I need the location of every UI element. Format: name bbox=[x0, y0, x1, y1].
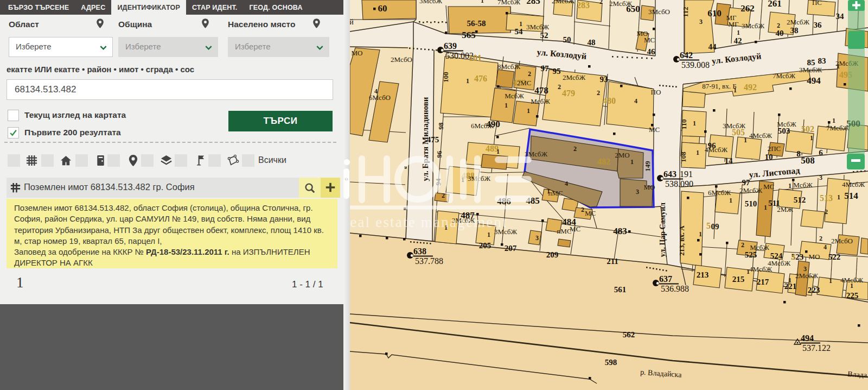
svg-text:3: 3 bbox=[636, 188, 639, 196]
svg-text:2МсбО: 2МсбО bbox=[831, 237, 853, 245]
svg-text:478: 478 bbox=[534, 85, 548, 96]
svg-text:1: 1 bbox=[729, 197, 732, 204]
svg-text:5: 5 bbox=[706, 221, 711, 230]
svg-text:14: 14 bbox=[725, 156, 733, 165]
svg-text:1: 1 bbox=[810, 134, 813, 142]
svg-text:1: 1 bbox=[837, 62, 840, 70]
svg-text:7МсбЖ: 7МсбЖ bbox=[826, 124, 850, 132]
svg-text:83: 83 bbox=[818, 56, 826, 65]
svg-text:1: 1 bbox=[696, 149, 699, 156]
svg-text:3: 3 bbox=[535, 234, 539, 242]
svg-text:8МсбЖ: 8МсбЖ bbox=[497, 62, 521, 71]
svg-text:56-58: 56-58 bbox=[467, 19, 486, 28]
svg-text:Влада: Влада bbox=[847, 370, 868, 380]
svg-text:36: 36 bbox=[814, 21, 822, 29]
svg-text:191: 191 bbox=[680, 169, 693, 179]
svg-text:598: 598 bbox=[605, 358, 617, 367]
svg-text:538.090: 538.090 bbox=[665, 179, 693, 188]
svg-text:96: 96 bbox=[435, 150, 443, 158]
svg-text:МсбЖ: МсбЖ bbox=[505, 92, 524, 100]
svg-text:512: 512 bbox=[794, 196, 806, 204]
svg-text:2: 2 bbox=[597, 89, 600, 97]
svg-text:42: 42 bbox=[734, 36, 742, 45]
svg-text:639: 639 bbox=[444, 41, 457, 51]
svg-text:513: 513 bbox=[820, 193, 833, 203]
svg-text:2: 2 bbox=[581, 206, 584, 213]
svg-text:1: 1 bbox=[850, 282, 853, 290]
svg-text:1: 1 bbox=[764, 204, 767, 211]
svg-text:МС: МС bbox=[763, 183, 774, 191]
svg-text:494: 494 bbox=[801, 334, 814, 343]
svg-text:494: 494 bbox=[807, 76, 821, 86]
svg-text:МС: МС bbox=[649, 125, 660, 134]
svg-text:1: 1 bbox=[487, 231, 490, 238]
svg-text:3МсбЖ: 3МсбЖ bbox=[419, 0, 443, 5]
svg-text:225: 225 bbox=[846, 291, 859, 300]
svg-text:МО: МО bbox=[352, 49, 363, 57]
svg-text:97: 97 bbox=[541, 64, 550, 73]
svg-text:213: 213 bbox=[697, 271, 709, 279]
svg-text:10: 10 bbox=[765, 153, 773, 161]
svg-text:МсбЖ: МсбЖ bbox=[750, 243, 769, 251]
svg-text:1: 1 bbox=[693, 119, 696, 127]
svg-text:209: 209 bbox=[546, 250, 559, 259]
svg-text:МГ: МГ bbox=[728, 20, 739, 28]
svg-text:4МсбЖ: 4МсбЖ bbox=[842, 180, 865, 188]
svg-text:211: 211 bbox=[607, 257, 618, 266]
svg-text:3: 3 bbox=[819, 174, 822, 181]
svg-text:638: 638 bbox=[413, 247, 426, 256]
svg-text:ул. Цар Самуил: ул. Цар Самуил bbox=[659, 203, 667, 257]
svg-text:97: 97 bbox=[742, 178, 751, 187]
svg-text:537.122: 537.122 bbox=[802, 343, 831, 353]
svg-text:48: 48 bbox=[588, 38, 596, 47]
svg-text:213, вх. А: 213, вх. А bbox=[678, 225, 686, 256]
svg-text:3МсбО: 3МсбО bbox=[648, 8, 670, 16]
svg-text:149: 149 bbox=[643, 161, 652, 172]
svg-text:4: 4 bbox=[634, 97, 637, 105]
svg-text:508: 508 bbox=[801, 155, 815, 166]
svg-text:1: 1 bbox=[547, 187, 550, 195]
svg-text:ПС: ПС bbox=[812, 0, 822, 7]
svg-text:6МсбО: 6МсбО bbox=[369, 93, 391, 102]
svg-text:522: 522 bbox=[828, 253, 841, 261]
svg-text:502: 502 bbox=[801, 124, 814, 134]
svg-text:2ПС: 2ПС bbox=[768, 144, 781, 153]
svg-text:108: 108 bbox=[679, 152, 687, 162]
svg-text:480: 480 bbox=[603, 96, 616, 105]
svg-text:4МсбЖ: 4МсбЖ bbox=[705, 146, 728, 154]
svg-text:537.788: 537.788 bbox=[415, 256, 443, 266]
svg-text:87-91, вх. Б: 87-91, вх. Б bbox=[702, 82, 736, 90]
svg-text:93: 93 bbox=[600, 75, 608, 84]
svg-text:643: 643 bbox=[663, 169, 676, 179]
svg-text:7МсбЖ: 7МсбЖ bbox=[497, 0, 521, 6]
svg-text:1: 1 bbox=[733, 86, 737, 94]
svg-text:561: 561 bbox=[614, 285, 627, 294]
svg-text:482: 482 bbox=[597, 157, 610, 166]
svg-text:476: 476 bbox=[474, 74, 487, 83]
svg-text:95: 95 bbox=[553, 67, 561, 76]
svg-text:54: 54 bbox=[515, 27, 524, 36]
svg-text:261: 261 bbox=[768, 0, 782, 9]
svg-text:492: 492 bbox=[744, 83, 757, 92]
svg-text:6: 6 bbox=[819, 148, 823, 157]
svg-text:207: 207 bbox=[505, 244, 517, 253]
svg-text:100: 100 bbox=[442, 72, 450, 83]
svg-text:1: 1 bbox=[505, 102, 508, 109]
svg-text:283: 283 bbox=[577, 1, 590, 10]
svg-text:110: 110 bbox=[680, 119, 688, 130]
svg-text:1: 1 bbox=[829, 277, 832, 285]
svg-text:40: 40 bbox=[776, 29, 784, 37]
svg-text:2МсбЖ: 2МсбЖ bbox=[739, 186, 763, 194]
svg-text:2: 2 bbox=[825, 208, 828, 216]
svg-text:514: 514 bbox=[844, 191, 858, 201]
svg-text:525: 525 bbox=[745, 250, 757, 259]
svg-text:2: 2 bbox=[741, 241, 744, 249]
svg-text:3МсбЖ: 3МсбЖ bbox=[799, 66, 822, 74]
svg-text:2: 2 bbox=[528, 70, 531, 78]
svg-text:34: 34 bbox=[836, 12, 845, 21]
svg-text:3МсбЖ: 3МсбЖ bbox=[526, 23, 550, 31]
svg-text:2: 2 bbox=[819, 235, 822, 242]
svg-text:пМС: пМС bbox=[548, 189, 563, 197]
svg-text:262: 262 bbox=[741, 3, 755, 14]
svg-text:1: 1 bbox=[832, 117, 835, 124]
